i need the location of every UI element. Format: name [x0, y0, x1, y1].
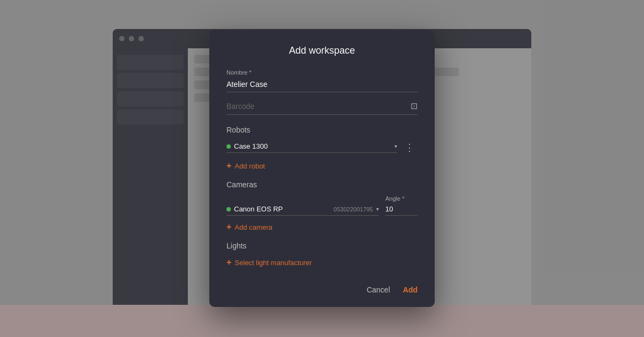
- angle-group: Angle *: [385, 195, 418, 216]
- robot-row: Case 1300 ▾ ⋮: [226, 141, 418, 155]
- select-light-plus-icon: +: [226, 258, 231, 267]
- camera-status-dot: [226, 207, 231, 211]
- name-input[interactable]: [226, 78, 418, 92]
- robots-section: Robots Case 1300 ▾ ⋮ + Add robot: [226, 126, 418, 172]
- camera-id: 053022001795: [334, 206, 373, 213]
- lights-section: Lights + Select light manufacturer: [226, 241, 418, 268]
- add-robot-button[interactable]: + Add robot: [226, 160, 265, 172]
- name-label: Nombre *: [226, 69, 418, 76]
- camera-row: Canon EOS RP 053022001795 ▾ Angle *: [226, 195, 418, 216]
- robot-more-icon[interactable]: ⋮: [401, 141, 418, 155]
- camera-select-wrapper: Canon EOS RP 053022001795 ▾: [226, 205, 379, 216]
- cameras-section-header: Cameras: [226, 180, 418, 189]
- angle-input[interactable]: [385, 204, 418, 216]
- robot-chevron-icon: ▾: [394, 143, 397, 149]
- lights-section-header: Lights: [226, 241, 418, 250]
- camera-chevron-icon: ▾: [376, 206, 379, 212]
- add-robot-label: Add robot: [235, 162, 265, 170]
- cancel-button[interactable]: Cancel: [367, 285, 390, 294]
- modal-footer: Cancel Add: [226, 281, 418, 294]
- camera-select[interactable]: Canon EOS RP: [234, 205, 331, 213]
- modal-title: Add workspace: [226, 45, 418, 56]
- robot-select-wrapper: Case 1300 ▾: [226, 142, 397, 153]
- cameras-section: Cameras Canon EOS RP 053022001795 ▾ Angl…: [226, 180, 418, 233]
- barcode-input[interactable]: [226, 102, 411, 111]
- add-camera-label: Add camera: [235, 223, 272, 231]
- barcode-field-group: ⊡: [226, 101, 418, 115]
- select-light-manufacturer-button[interactable]: + Select light manufacturer: [226, 257, 312, 268]
- modal-overlay: Add workspace Nombre * ⊡ Robots Case 130…: [0, 0, 644, 337]
- add-camera-button[interactable]: + Add camera: [226, 221, 272, 233]
- add-camera-plus-icon: +: [226, 222, 231, 232]
- select-light-label: Select light manufacturer: [235, 259, 312, 267]
- robot-status-dot: [226, 144, 231, 149]
- add-robot-plus-icon: +: [226, 161, 231, 171]
- angle-label: Angle *: [385, 195, 418, 202]
- robot-select[interactable]: Case 1300: [234, 142, 391, 150]
- robots-section-header: Robots: [226, 126, 418, 134]
- add-workspace-modal: Add workspace Nombre * ⊡ Robots Case 130…: [209, 30, 435, 307]
- add-button[interactable]: Add: [403, 285, 418, 294]
- name-field-group: Nombre *: [226, 69, 418, 92]
- barcode-scan-icon[interactable]: ⊡: [411, 101, 418, 111]
